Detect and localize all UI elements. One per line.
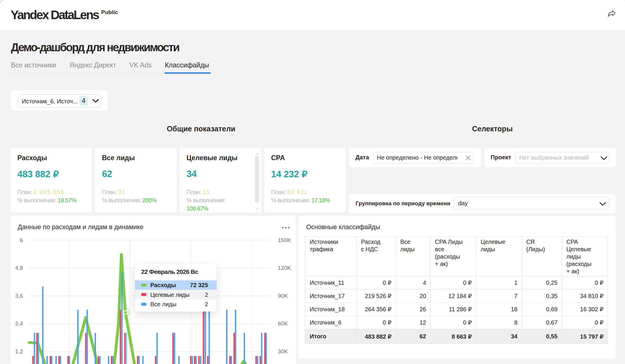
svg-text:2,4: 2,4 bbox=[15, 320, 23, 327]
svg-text:90K: 90K bbox=[278, 293, 288, 299]
svg-text:30K: 30K bbox=[278, 348, 288, 355]
svg-text:1,2: 1,2 bbox=[15, 348, 23, 355]
svg-text:6: 6 bbox=[20, 237, 23, 243]
svg-text:120K: 120K bbox=[278, 265, 291, 271]
svg-text:3,6: 3,6 bbox=[15, 293, 23, 299]
svg-text:150K: 150K bbox=[278, 237, 291, 243]
svg-text:60K: 60K bbox=[278, 320, 288, 327]
svg-text:4,8: 4,8 bbox=[15, 265, 23, 271]
